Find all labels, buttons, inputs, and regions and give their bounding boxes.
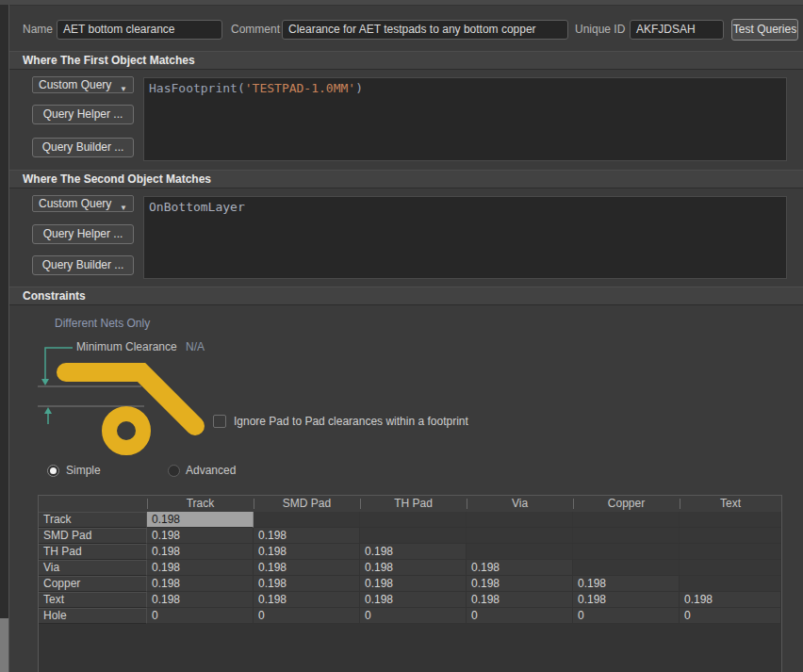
- clearance-cell[interactable]: 0.198: [254, 544, 360, 560]
- copper-pad-shape: [109, 414, 143, 448]
- test-queries-button[interactable]: Test Queries: [731, 19, 798, 41]
- clearance-cell[interactable]: 0.198: [147, 512, 254, 528]
- clearance-matrix-table: TrackSMD PadTH PadViaCopperText Track0.1…: [38, 495, 782, 672]
- first-match-scope-dropdown[interactable]: Custom Query ▼: [32, 76, 134, 93]
- table-row: Via0.1980.1980.1980.198: [39, 560, 781, 576]
- table-row: TH Pad0.1980.1980.198: [39, 544, 781, 560]
- simple-radio[interactable]: [47, 465, 59, 477]
- header-separator: [254, 499, 254, 509]
- clearance-cell[interactable]: 0.198: [254, 592, 360, 608]
- clearance-cell: [573, 528, 680, 544]
- different-nets-only-label[interactable]: Different Nets Only: [55, 317, 150, 330]
- row-label-smd-pad: SMD Pad: [39, 528, 147, 544]
- clearance-cell: [360, 512, 467, 528]
- first-match-section-header: Where The First Object Matches: [9, 51, 803, 70]
- column-header-via: Via: [467, 496, 573, 511]
- ignore-pad-to-pad-label: Ignore Pad to Pad clearances within a fo…: [234, 415, 468, 428]
- comment-input[interactable]: Clearance for AET testpads to any bottom…: [282, 20, 568, 40]
- header-separator: [147, 499, 148, 509]
- clearance-cell[interactable]: 0.198: [254, 560, 360, 576]
- vertical-scrollbar-thumb[interactable]: [0, 618, 8, 672]
- query-plain-text: OnBottomLayer: [149, 200, 245, 214]
- clearance-cell: [680, 528, 781, 544]
- second-query-helper-button[interactable]: Query Helper ...: [32, 224, 134, 244]
- table-row: Text0.1980.1980.1980.1980.1980.198: [39, 592, 781, 608]
- name-input[interactable]: AET bottom clearance: [57, 20, 222, 40]
- advanced-radio[interactable]: [168, 465, 180, 477]
- clearance-cell[interactable]: 0: [680, 608, 781, 624]
- column-header-th-pad: TH Pad: [360, 496, 467, 511]
- clearance-table-header-row: TrackSMD PadTH PadViaCopperText: [39, 496, 781, 513]
- row-label-text: Text: [39, 592, 147, 608]
- arrow-up-icon: [44, 407, 52, 414]
- clearance-cell: [254, 512, 360, 528]
- first-query-builder-button[interactable]: Query Builder ...: [32, 138, 134, 157]
- clearance-cell: [360, 528, 467, 544]
- column-header-text: Text: [680, 496, 781, 511]
- query-string-text: 'TESTPAD-1.0MM': [245, 81, 355, 95]
- clearance-cell[interactable]: 0.198: [147, 544, 254, 560]
- clearance-cell[interactable]: 0.198: [360, 592, 467, 608]
- row-label-via: Via: [39, 560, 147, 576]
- name-label: Name: [23, 20, 53, 40]
- simple-radio-label: Simple: [66, 464, 101, 477]
- clearance-cell[interactable]: 0: [254, 608, 360, 624]
- clearance-cell[interactable]: 0.198: [147, 528, 254, 544]
- clearance-cell: [680, 512, 781, 528]
- row-label-hole: Hole: [39, 608, 147, 624]
- constraints-section-header: Constraints: [9, 287, 803, 305]
- clearance-cell[interactable]: 0.198: [360, 560, 467, 576]
- clearance-cell[interactable]: 0.198: [254, 528, 360, 544]
- table-row: Track0.198: [39, 512, 781, 528]
- table-row: SMD Pad0.1980.198: [39, 528, 781, 544]
- first-query-editor[interactable]: HasFootprint('TESTPAD-1.0MM'): [143, 77, 787, 161]
- first-query-helper-button[interactable]: Query Helper ...: [32, 105, 134, 124]
- clearance-cell[interactable]: 0.198: [467, 576, 573, 592]
- table-row: Hole000000: [39, 608, 781, 624]
- row-label-copper: Copper: [39, 576, 147, 592]
- row-label-track: Track: [39, 512, 147, 528]
- clearance-cell[interactable]: 0.198: [147, 592, 254, 608]
- table-row: Copper0.1980.1980.1980.1980.198: [39, 576, 781, 592]
- clearance-cell: [680, 560, 781, 576]
- second-match-scope-dropdown[interactable]: Custom Query ▼: [32, 195, 134, 212]
- second-match-scope-value: Custom Query: [39, 197, 111, 210]
- second-query-editor[interactable]: OnBottomLayer: [143, 196, 787, 279]
- header-separator: [573, 499, 574, 509]
- clearance-cell[interactable]: 0: [573, 608, 680, 624]
- clearance-cell: [467, 544, 573, 560]
- clearance-cell[interactable]: 0.198: [360, 544, 467, 560]
- unique-id-input[interactable]: AKFJDSAH: [630, 20, 724, 40]
- clearance-cell: [680, 576, 781, 592]
- panel-top-edge: [0, 0, 803, 6]
- clearance-cell[interactable]: 0.198: [147, 560, 254, 576]
- clearance-cell: [467, 512, 573, 528]
- clearance-cell[interactable]: 0.198: [680, 592, 781, 608]
- vertical-scrollbar-track[interactable]: [0, 5, 9, 672]
- clearance-cell: [573, 512, 680, 528]
- ignore-pad-to-pad-checkbox[interactable]: [213, 415, 226, 428]
- clearance-cell[interactable]: 0: [147, 608, 254, 624]
- chevron-down-icon: ▼: [120, 201, 127, 216]
- advanced-radio-label: Advanced: [186, 464, 236, 477]
- clearance-cell: [573, 560, 680, 576]
- clearance-cell[interactable]: 0.198: [467, 592, 573, 608]
- clearance-cell: [573, 544, 680, 560]
- clearance-cell[interactable]: 0.198: [573, 592, 680, 608]
- clearance-cell[interactable]: 0: [467, 608, 573, 624]
- column-header-smd-pad: SMD Pad: [254, 496, 360, 511]
- clearance-cell[interactable]: 0.198: [360, 576, 467, 592]
- clearance-cell[interactable]: 0.198: [147, 576, 254, 592]
- header-separator: [467, 499, 467, 509]
- unique-id-label: Unique ID: [575, 20, 625, 40]
- header-separator: [360, 499, 361, 509]
- second-query-builder-button[interactable]: Query Builder ...: [32, 255, 134, 275]
- row-label-th-pad: TH Pad: [39, 544, 147, 560]
- clearance-cell[interactable]: 0.198: [467, 560, 573, 576]
- query-close-text: ): [355, 81, 363, 95]
- clearance-cell[interactable]: 0.198: [254, 576, 360, 592]
- design-rule-dialog: Name AET bottom clearance Comment Cleara…: [0, 0, 803, 672]
- arrow-down-icon: [41, 379, 49, 385]
- clearance-cell[interactable]: 0.198: [573, 576, 680, 592]
- clearance-cell[interactable]: 0: [360, 608, 467, 624]
